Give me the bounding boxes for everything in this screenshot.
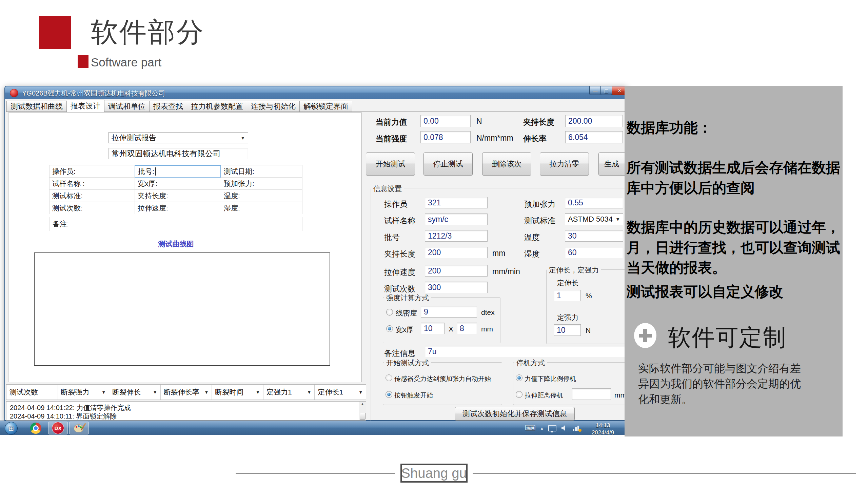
humidity-input[interactable]: 60 [565,247,623,258]
tab-connect-init[interactable]: 连接与初始化 [247,101,300,112]
density-radio[interactable] [386,309,393,316]
current-force-value[interactable]: 0.00 [420,115,471,127]
stop-force-drop-radio[interactable] [516,374,522,381]
fixed-force-input[interactable]: 10 [554,324,581,336]
field-test-standard[interactable]: 测试标准: [49,189,135,202]
network-icon[interactable] [573,425,581,431]
maximize-button[interactable]: ▢ [600,86,612,95]
taskbar-dx-button[interactable]: DX [48,422,68,434]
elongation-value[interactable]: 6.054 [565,131,623,143]
result-col-break-time[interactable]: 断裂时间 ▼ [212,385,263,400]
start-auto-radio[interactable] [386,374,392,381]
field-clamp-length[interactable]: 夹持长度: [135,189,221,202]
batch-input[interactable]: 1212/3 [425,230,488,242]
scrollbar-thumb[interactable] [360,413,366,420]
keyboard-icon[interactable]: ⌨ [525,424,536,432]
log-scrollbar[interactable]: ▲ [359,402,366,420]
clamp-setting-input[interactable]: 200 [425,247,488,258]
window-titlebar: YG026B强力机-常州双固顿达机电科技有限公司 [5,86,627,99]
thickness-input[interactable]: 8 [457,323,477,334]
scroll-up-icon[interactable]: ▲ [359,402,366,406]
stop-distance-input[interactable] [572,388,611,400]
speed-input[interactable]: 200 [425,265,488,277]
field-sample-name[interactable]: 试样名称 : [49,177,135,190]
field-width-thickness[interactable]: 宽x厚: [135,177,221,190]
tab-test-data-curve[interactable]: 测试数据和曲线 [6,101,67,112]
chevron-down-icon: ▼ [101,390,106,395]
minimize-button[interactable]: — [589,86,601,95]
result-col-break-elong-rate[interactable]: 断裂伸长率 ▼ [161,385,212,400]
minimize-icon: — [593,88,597,94]
force-zero-button[interactable]: 拉力清零 [540,152,589,176]
sample-name-input[interactable]: sym/c [425,214,488,225]
elongation-text: 6.054 [568,133,588,142]
init-save-button[interactable]: 测试次数初始化并保存测试信息 [455,407,575,421]
field-pretension[interactable]: 预加张力: [221,177,302,190]
taskbar-chrome-button[interactable] [26,422,45,434]
fixed-elong-unit: % [586,292,592,300]
width-thickness-radio[interactable] [386,325,393,332]
remark-info-input[interactable]: 7u [425,346,626,357]
operator-input[interactable]: 321 [425,197,488,208]
stop-test-button[interactable]: 停止测试 [423,152,473,176]
monitor-icon[interactable] [548,425,556,431]
field-temperature[interactable]: 温度: [221,189,302,202]
fixed-elong-label: 定伸长 [557,278,578,288]
result-columns-row: 测试次数 断裂强力 ▼ 断裂伸长 ▼ 断裂伸长率 ▼ 断裂时间 ▼ 定强力1 ▼ [6,384,366,400]
tray-expand-icon[interactable]: ▴ [541,426,543,430]
stop-force-drop-label: 力值下降比例停机 [525,374,576,383]
result-col-fixed-force[interactable]: 定强力1 ▼ [263,385,315,400]
stop-distance-radio[interactable] [516,391,522,398]
stop-mode-label: 停机方式 [514,358,547,368]
field-test-times[interactable]: 测试次数: [49,202,135,214]
tab-machine-params[interactable]: 拉力机参数配置 [187,101,247,112]
fixed-elong-input[interactable]: 1 [554,290,581,301]
density-label: 线密度 [396,308,417,318]
strength-calc-label: 强度计算方式 [384,293,431,303]
clamp-length-value[interactable]: 200.00 [565,115,623,127]
temperature-input[interactable]: 30 [565,230,623,242]
result-col-label: 断裂时间 [215,387,243,397]
result-col-break-force[interactable]: 断裂强力 ▼ [58,385,110,400]
remark-row[interactable]: 备注: [50,217,302,231]
result-col-fixed-elong[interactable]: 定伸长1 ▼ [315,385,366,400]
operator-label: 操作员 [384,199,408,209]
app-icon [10,89,18,97]
field-batch[interactable]: 批号: [135,165,221,178]
start-test-button[interactable]: 开始测试 [366,152,415,176]
field-humidity[interactable]: 湿度: [221,202,302,214]
pretension-value: 0.55 [568,198,583,207]
test-times-input[interactable]: 300 [425,282,488,293]
tab-lock-unlock[interactable]: 解锁锁定界面 [300,101,352,112]
pretension-input[interactable]: 0.55 [565,197,623,208]
start-button[interactable]: ⊞ [5,422,18,435]
field-speed[interactable]: 拉伸速度: [135,202,221,214]
company-input[interactable]: 常州双固顿达机电科技有限公司 [108,148,248,159]
tab-report-search[interactable]: 报表查找 [150,101,187,112]
test-times-value: 300 [428,283,441,292]
standard-dropdown[interactable]: ASTMD 5034 ▼ [565,214,623,225]
tab-debug-units[interactable]: 调试和单位 [104,101,150,112]
taskbar-paint-button[interactable] [69,422,89,434]
delete-run-button[interactable]: 删除该次 [482,152,531,176]
result-col-break-elong[interactable]: 断裂伸长 ▼ [109,385,161,400]
start-button-radio[interactable] [386,391,392,398]
taskbar-clock[interactable]: 14:13 2024/4/9 [586,422,620,436]
tab-report-design[interactable]: 报表设计 [67,100,104,112]
field-operator[interactable]: 操作员: [49,165,135,178]
sidebar-heading: 数据库功能： [627,118,712,137]
report-type-dropdown[interactable]: 拉伸测试报告 ▼ [108,132,248,143]
current-strength-value[interactable]: 0.078 [420,131,471,143]
field-test-date[interactable]: 测试日期: [221,165,302,178]
current-force-unit: N [476,117,482,126]
volume-icon[interactable] [561,425,568,431]
width-input[interactable]: 10 [421,323,445,334]
density-input[interactable]: 9 [421,306,477,318]
stop-distance-label: 拉伸距离停机 [525,391,563,400]
log-line: 2024-04-09 14:10:11: 界面锁定解除 [10,412,117,421]
dx-app-icon: DX [52,422,64,434]
current-strength-label: 当前强度 [376,134,407,144]
temperature-label: 温度 [524,232,540,243]
footer-brand-box: Shuang gu [400,464,468,483]
clock-date: 2024/4/9 [586,429,620,436]
